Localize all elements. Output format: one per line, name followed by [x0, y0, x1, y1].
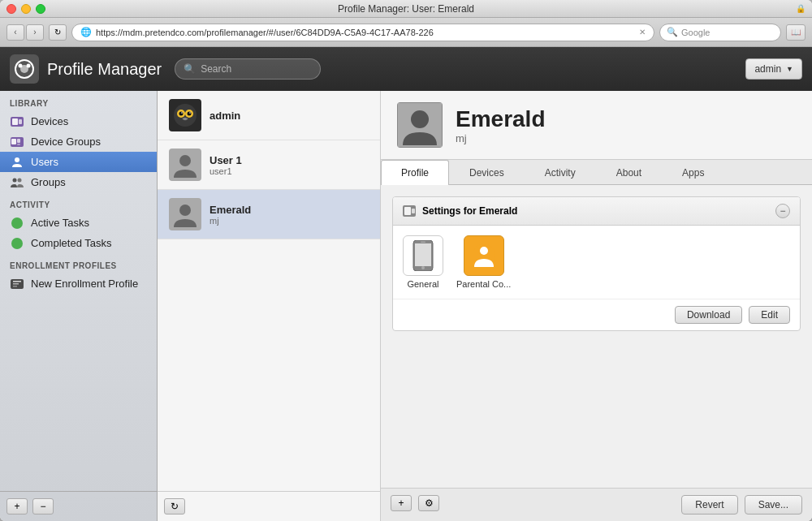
user-item-admin[interactable]: admin: [158, 91, 380, 140]
logo-icon: [10, 54, 39, 84]
sidebar-bottom: + −: [0, 491, 157, 521]
sidebar-item-groups[interactable]: Groups: [0, 172, 157, 192]
svg-point-22: [188, 112, 192, 116]
revert-button[interactable]: Revert: [681, 495, 737, 515]
svg-rect-17: [13, 286, 17, 287]
sidebar-item-new-enrollment[interactable]: New Enrollment Profile: [0, 273, 157, 294]
search-input[interactable]: [201, 63, 312, 75]
settings-collapse-button[interactable]: −: [775, 204, 790, 218]
svg-rect-36: [415, 243, 431, 266]
tab-devices[interactable]: Devices: [449, 160, 525, 185]
svg-point-18: [174, 104, 197, 127]
svg-rect-8: [11, 139, 16, 144]
minimize-button[interactable]: [21, 4, 31, 14]
users-icon: [10, 157, 24, 168]
sidebar-label-active-tasks: Active Tasks: [31, 217, 89, 229]
tab-profile[interactable]: Profile: [381, 160, 449, 185]
users-svg: [11, 157, 24, 168]
device-groups-svg: [11, 137, 24, 147]
user-name-admin: admin: [209, 110, 240, 122]
detail-bottom-bar: + ⚙ Revert Save...: [381, 488, 812, 521]
svg-rect-34: [412, 209, 415, 213]
sidebar-item-device-groups[interactable]: Device Groups: [0, 131, 157, 152]
admin-label: admin: [754, 63, 781, 75]
user-item-user1[interactable]: User 1 user1: [158, 140, 380, 190]
svg-rect-15: [13, 281, 21, 282]
maximize-button[interactable]: [36, 4, 45, 14]
settings-section-title: Settings for Emerald: [422, 205, 517, 217]
forward-button[interactable]: ›: [26, 24, 44, 41]
user-sub-emerald: mj: [209, 216, 251, 226]
browser-search-text: Google: [681, 28, 710, 37]
close-button[interactable]: [6, 4, 16, 14]
detail-user-info: Emerald mj: [456, 106, 546, 144]
settings-title: Settings for Emerald: [403, 205, 517, 217]
sidebar-label-device-groups: Device Groups: [31, 136, 101, 148]
detail-avatar-svg: [398, 103, 442, 147]
sidebar-item-completed-tasks[interactable]: Completed Tasks: [0, 233, 157, 253]
svg-point-3: [27, 64, 31, 68]
settings-section-icon: [403, 205, 416, 217]
browser-search[interactable]: 🔍 Google: [659, 24, 781, 41]
svg-point-23: [181, 112, 183, 114]
groups-icon: [10, 177, 24, 188]
parental-icon: [464, 235, 504, 276]
lock-icon: 🔒: [796, 4, 806, 13]
user-item-emerald[interactable]: Emerald mj: [158, 190, 380, 239]
url-bar[interactable]: 🌐 https://mdm.pretendco.com/profilemanag…: [71, 24, 654, 41]
main-window: Profile Manager: User: Emerald 🔒 ‹ › ↻ 🌐…: [0, 0, 812, 521]
reader-button[interactable]: 📖: [786, 24, 806, 41]
svg-point-29: [179, 205, 191, 216]
svg-point-31: [411, 110, 429, 128]
sidebar-add-button[interactable]: +: [6, 498, 28, 515]
settings-item-general[interactable]: General: [403, 235, 443, 289]
sidebar-item-devices[interactable]: Devices: [0, 111, 157, 131]
save-button[interactable]: Save...: [745, 495, 802, 515]
parental-svg: [471, 243, 497, 269]
tab-apps[interactable]: Apps: [662, 160, 724, 185]
detail-bottom-spacer: [446, 495, 675, 515]
detail-user-sub: mj: [456, 132, 546, 144]
svg-point-40: [480, 247, 488, 255]
reload-button[interactable]: ↻: [49, 24, 67, 41]
svg-point-27: [179, 155, 191, 166]
enrollment-icon: [10, 278, 24, 290]
app-logo: Profile Manager: [10, 54, 162, 84]
sidebar-item-users[interactable]: Users: [0, 152, 157, 172]
url-text: https://mdm.pretendco.com/profilemanager…: [96, 28, 434, 37]
settings-item-parental[interactable]: Parental Co...: [456, 235, 511, 289]
admin-button[interactable]: admin ▼: [745, 58, 802, 80]
tab-bar: Profile Devices Activity About Apps: [381, 160, 812, 185]
edit-button[interactable]: Edit: [749, 306, 790, 324]
detail-avatar: [397, 102, 443, 148]
svg-point-37: [421, 266, 425, 269]
sidebar-label-devices: Devices: [31, 115, 68, 127]
sidebar-spacer: [0, 294, 157, 491]
user-info-admin: admin: [209, 110, 240, 122]
device-groups-icon: [10, 136, 24, 148]
svg-rect-10: [17, 144, 20, 145]
devices-svg: [11, 117, 24, 127]
url-refresh-icon[interactable]: ✕: [639, 28, 646, 37]
sidebar-item-active-tasks[interactable]: Active Tasks: [0, 213, 157, 233]
search-icon: 🔍: [184, 63, 196, 75]
svg-rect-5: [12, 118, 18, 125]
owl-avatar: [171, 101, 200, 130]
search-box[interactable]: 🔍: [175, 58, 321, 80]
person-avatar-1: [171, 150, 200, 179]
profile-actions: Download Edit: [393, 299, 800, 330]
app-title: Profile Manager: [47, 60, 162, 79]
svg-rect-16: [13, 283, 19, 285]
tab-about[interactable]: About: [596, 160, 662, 185]
app-area: Profile Manager 🔍 admin ▼ LIBRARY: [0, 47, 812, 521]
groups-svg: [11, 177, 24, 188]
general-device-icon: [412, 240, 434, 271]
enrollment-label: ENROLLMENT PROFILES: [0, 253, 157, 273]
download-button[interactable]: Download: [675, 306, 742, 324]
detail-gear-button[interactable]: ⚙: [418, 495, 439, 511]
tab-activity[interactable]: Activity: [525, 160, 596, 185]
sidebar-remove-button[interactable]: −: [32, 498, 54, 515]
back-button[interactable]: ‹: [6, 24, 24, 41]
user-list-refresh-button[interactable]: ↻: [164, 498, 185, 515]
detail-add-button[interactable]: +: [391, 495, 412, 511]
